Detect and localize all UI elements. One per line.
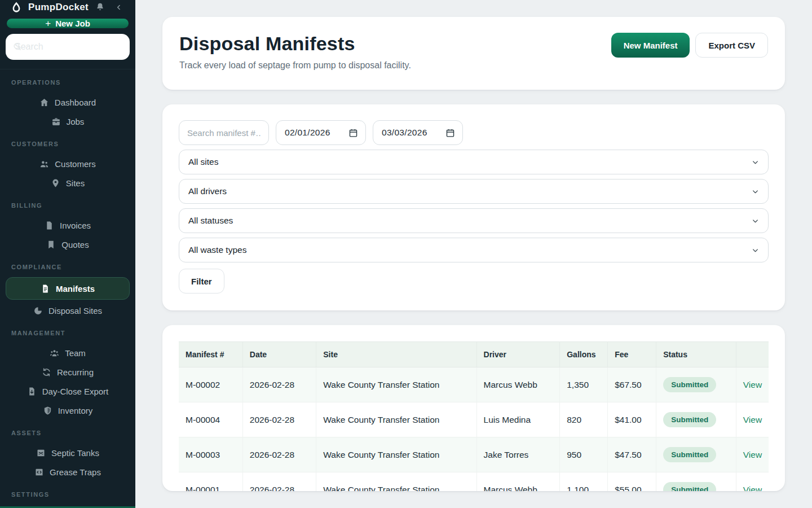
waste-type-select[interactable]: All waste types (179, 238, 769, 262)
section-label: COMPLIANCE (6, 264, 130, 270)
nav-section-customers: CUSTOMERS Customers Sites (0, 131, 135, 192)
nav-section-operations: OPERATIONS Dashboard Jobs (0, 69, 135, 131)
cell-date: 2026-02-28 (242, 402, 316, 437)
sidebar-item-disposal-sites[interactable]: Disposal Sites (6, 301, 130, 320)
col-status: Status (656, 342, 736, 367)
cell-gallons: 1,100 (560, 472, 608, 492)
col-site: Site (316, 342, 476, 367)
notifications-button[interactable] (93, 0, 107, 14)
chevron-down-icon (752, 217, 759, 225)
sidebar-item-septic-tanks[interactable]: Septic Tanks (6, 443, 130, 462)
grease-trap-icon (34, 467, 44, 477)
users-icon (39, 159, 49, 169)
table-header-row: Manifest # Date Site Driver Gallons Fee … (179, 342, 769, 367)
sidebar-search (6, 34, 130, 60)
sidebar-item-label: Sites (66, 178, 85, 188)
col-gallons: Gallons (560, 342, 608, 367)
page-title: Disposal Manifests (179, 33, 411, 55)
file-download-icon (27, 387, 37, 396)
cell-fee: $55.00 (608, 472, 656, 492)
sidebar-item-quotes[interactable]: Quotes (6, 235, 130, 254)
sidebar-item-manifests[interactable]: Manifests (6, 277, 130, 300)
sidebar-item-label: Day-Close Export (42, 387, 109, 396)
bell-icon (95, 2, 105, 12)
document-icon (45, 221, 54, 230)
sidebar: PumpDocket + New Job OPERATIONS Da (0, 0, 135, 508)
status-badge: Submitted (663, 482, 716, 491)
sidebar-item-team[interactable]: Team (6, 343, 130, 362)
new-job-button[interactable]: + New Job (7, 19, 129, 28)
sidebar-item-recurring[interactable]: Recurring (6, 362, 130, 382)
cell-gallons: 1,350 (560, 367, 608, 402)
cell-manifest: M-00004 (179, 402, 242, 437)
sidebar-item-inventory[interactable]: Inventory (6, 401, 130, 420)
sidebar-item-sites[interactable]: Sites (6, 173, 130, 192)
briefcase-icon (51, 117, 61, 126)
plus-icon: + (45, 19, 51, 28)
date-to-input[interactable]: 03/03/2026 (373, 120, 463, 145)
cell-manifest: M-00002 (179, 367, 242, 402)
map-pin-icon (51, 178, 60, 188)
table-row: M-00002 2026-02-28 Wake County Transfer … (179, 367, 769, 402)
calendar-icon (348, 128, 358, 138)
manifest-search-input[interactable] (179, 120, 269, 145)
table-row: M-00004 2026-02-28 Wake County Transfer … (179, 402, 769, 437)
col-date: Date (242, 342, 316, 367)
droplet-logo-icon (10, 1, 23, 14)
cell-site: Wake County Transfer Station (316, 472, 476, 492)
filters-card: 02/01/2026 03/03/2026 All sites All driv… (162, 104, 785, 310)
site-select[interactable]: All sites (179, 150, 769, 174)
cell-date: 2026-02-28 (242, 367, 316, 402)
status-select-value: All statuses (188, 216, 233, 226)
status-badge: Submitted (663, 412, 716, 427)
page-header-text: Disposal Manifests Track every load of s… (179, 33, 411, 71)
sidebar-item-day-close-export[interactable]: Day-Close Export (6, 382, 130, 401)
manifests-table-card: Manifest # Date Site Driver Gallons Fee … (162, 325, 785, 491)
cell-date: 2026-02-28 (242, 437, 316, 472)
sidebar-item-dashboard[interactable]: Dashboard (6, 93, 130, 112)
cell-driver: Luis Medina (476, 402, 560, 437)
sidebar-item-customers[interactable]: Customers (6, 154, 130, 173)
sidebar-item-grease-traps[interactable]: Grease Traps (6, 462, 130, 481)
site-select-value: All sites (188, 157, 218, 167)
table-row: M-00001 2026-02-28 Wake County Transfer … (179, 472, 769, 492)
chevron-down-icon (752, 247, 759, 254)
chevron-down-icon (752, 159, 759, 166)
chevron-left-icon (115, 3, 123, 11)
table-row: M-00003 2026-02-28 Wake County Transfer … (179, 437, 769, 472)
collapse-sidebar-button[interactable] (113, 1, 125, 14)
view-link[interactable]: View (743, 415, 762, 424)
cell-action: View (736, 367, 769, 402)
refresh-icon (42, 367, 51, 377)
cell-fee: $47.50 (608, 437, 656, 472)
nav-section-management: MANAGEMENT Team Recurring Day-Close Expo… (0, 320, 135, 420)
section-label: ASSETS (6, 430, 130, 436)
section-label: MANAGEMENT (6, 330, 130, 336)
shield-icon (43, 406, 52, 415)
cell-driver: Jake Torres (476, 437, 560, 472)
view-link[interactable]: View (743, 450, 762, 459)
sidebar-item-invoices[interactable]: Invoices (6, 216, 130, 235)
driver-select[interactable]: All drivers (179, 179, 769, 204)
cell-gallons: 950 (560, 437, 608, 472)
cell-fee: $67.50 (608, 367, 656, 402)
date-to-value: 03/03/2026 (382, 128, 427, 138)
sidebar-search-input[interactable] (6, 34, 130, 60)
col-fee: Fee (608, 342, 656, 367)
view-link[interactable]: View (743, 485, 762, 492)
page-subtitle: Track every load of septage from pump to… (179, 60, 411, 71)
sidebar-item-label: Quotes (61, 240, 89, 249)
export-csv-button[interactable]: Export CSV (695, 33, 768, 58)
status-select[interactable]: All statuses (179, 208, 769, 233)
filter-button[interactable]: Filter (179, 269, 224, 294)
sidebar-item-jobs[interactable]: Jobs (6, 112, 130, 131)
cell-manifest: M-00001 (179, 472, 242, 492)
cell-date: 2026-02-28 (242, 472, 316, 492)
filter-top-row: 02/01/2026 03/03/2026 (179, 120, 769, 145)
date-from-input[interactable]: 02/01/2026 (276, 120, 366, 145)
waste-type-select-value: All waste types (188, 245, 246, 255)
cell-action: View (736, 437, 769, 472)
page-header-card: Disposal Manifests Track every load of s… (162, 17, 785, 90)
new-manifest-button[interactable]: New Manifest (611, 33, 690, 58)
view-link[interactable]: View (743, 380, 762, 389)
